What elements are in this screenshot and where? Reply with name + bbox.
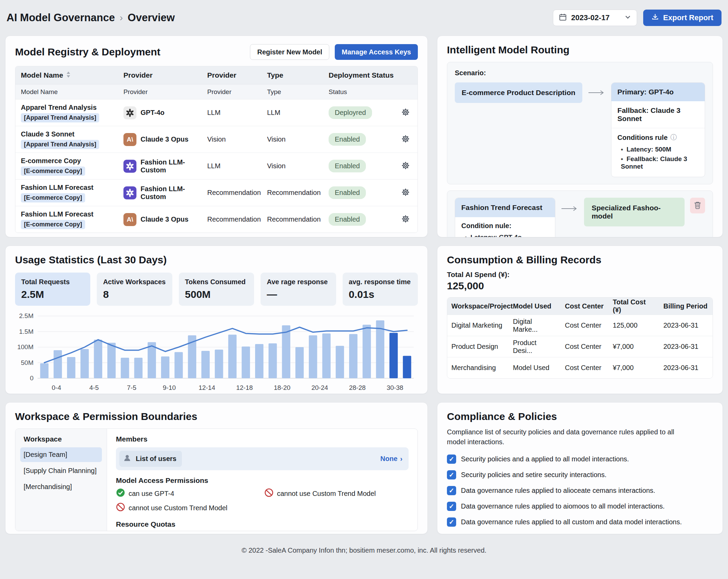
table-row: Digital MarketingDigital Marke...Cost Ce…	[447, 315, 713, 336]
register-new-model-button[interactable]: Register New Model	[250, 44, 329, 60]
billing-cell: ¥7,000	[609, 364, 659, 372]
checkbox-checked[interactable]: ✓	[447, 502, 456, 511]
condition-item: Latency: GPT-4o	[461, 233, 549, 237]
stat-card[interactable]: Ave rage response—	[261, 273, 336, 306]
sort-icon[interactable]	[66, 71, 71, 80]
date-value: 2023-02-17	[571, 13, 620, 22]
provider-type-cell: Recommendation	[202, 215, 262, 223]
status-badge: Enabled	[329, 133, 366, 146]
billing-cell: 2023-06-31	[659, 321, 713, 329]
allow-check-icon	[116, 488, 125, 499]
total-spend-label: Total AI Spend (¥):	[447, 271, 713, 279]
scenario-label: Scenario:	[455, 69, 705, 77]
billing-cell: Cost Center	[561, 364, 609, 372]
breadcrumb-separator-icon: ›	[120, 12, 123, 23]
panel-workspace: Workspace & Permission Boundaries Worksp…	[5, 402, 428, 534]
provider-cell: GPT-4o	[118, 106, 202, 119]
members-row[interactable]: List of users None ›	[116, 447, 409, 470]
stat-card[interactable]: Total Requests2.5M	[15, 273, 90, 306]
list-of-users[interactable]: List of users	[119, 451, 182, 467]
routing-target-box: Primary: GPT-4o Fallback: Claude 3 Sonne…	[611, 82, 705, 177]
provider-type-cell: Vision	[202, 135, 262, 143]
compliance-item-label: Data governance rules applied to aiomoos…	[461, 502, 665, 510]
delete-route-button[interactable]	[690, 198, 705, 213]
billing-cell: 2023-06-31	[659, 364, 713, 372]
export-report-button[interactable]: Export Report	[643, 10, 722, 26]
type-cell: Recommendation	[262, 189, 323, 197]
members-none-link[interactable]: None ›	[380, 455, 402, 463]
compliance-list: ✓Security policies and a applied to all …	[447, 455, 713, 527]
checkbox-checked[interactable]: ✓	[447, 470, 456, 479]
billing-cell: 2023-06-31	[659, 343, 713, 351]
breadcrumb-root[interactable]: AI Model Governance	[6, 12, 115, 24]
model-name-badge: [Apparel Trend Analysis]	[21, 140, 99, 149]
checkbox-checked[interactable]: ✓	[447, 486, 456, 495]
svg-text:7-5: 7-5	[127, 384, 136, 391]
openai-logo-icon	[123, 106, 136, 119]
usage-chart: 050M100M1.5M2.5M0-44-57-59-1012-1412-181…	[15, 311, 418, 394]
manage-access-keys-button[interactable]: Manage Access Keys	[335, 44, 418, 60]
workspace-item[interactable]: [Design Team]	[20, 447, 102, 462]
info-icon[interactable]: ⓘ	[670, 133, 677, 142]
settings-gear-button[interactable]	[399, 106, 412, 120]
svg-text:1.5M: 1.5M	[19, 328, 34, 335]
status-badge: Enabled	[329, 160, 366, 172]
stat-card[interactable]: avg. response time0.01s	[343, 273, 418, 306]
model-name: Apparel Trend Analysis	[21, 103, 112, 112]
compliance-item: ✓Data governance rules applied to aiomoo…	[447, 502, 713, 511]
workspace-item[interactable]: [Supply Chain Planning]	[20, 463, 102, 478]
model-name: Fashion LLM Forecast	[21, 210, 112, 219]
model-table-header: Model NameProviderProviderTypeDeployment…	[15, 66, 418, 84]
svg-text:28-28: 28-28	[349, 384, 366, 391]
type-cell: Recommendation	[262, 215, 323, 223]
compliance-description: Compliance list of security policies and…	[447, 427, 693, 447]
conditions-rule-label: Conditions rule ⓘ	[618, 133, 699, 142]
chevron-right-icon: ›	[400, 455, 402, 463]
column-header: Model Name	[15, 71, 118, 80]
stat-card[interactable]: Tokens Consumed500M	[179, 273, 254, 306]
checkbox-checked[interactable]: ✓	[447, 517, 456, 527]
stat-label: Active Workspaces	[103, 278, 166, 286]
routing-primary[interactable]: Primary: GPT-4o	[611, 83, 705, 101]
type-cell: Vision	[262, 135, 323, 143]
user-icon	[123, 453, 132, 464]
panel-billing: Consumption & Billing Records Total AI S…	[437, 246, 723, 394]
billing-cell: Digital Marke...	[509, 318, 561, 333]
billing-cell: Product Desi...	[509, 339, 561, 355]
compliance-item-label: Data governance rules applied to all cus…	[461, 518, 682, 526]
settings-gear-button[interactable]	[399, 132, 412, 146]
compliance-item-label: Security policies and setire security in…	[461, 471, 607, 479]
column-header: Deployment Status	[323, 71, 418, 79]
workspace-detail: Members List of users None ›	[107, 429, 418, 531]
settings-gear-button[interactable]	[399, 186, 412, 200]
stat-card[interactable]: Active Workspaces8	[97, 273, 172, 306]
permission-item: can use GPT-4	[116, 488, 260, 499]
routing2-source[interactable]: Fashion Trend Forecast	[455, 198, 555, 217]
condition-item: Feallback: Claude 3 Sonnet	[618, 154, 699, 171]
svg-text:4-5: 4-5	[89, 384, 98, 391]
routing-source-chip[interactable]: E-commerce Product Description	[455, 82, 582, 103]
workspace-list: Workspace [Design Team][Supply Chain Pla…	[15, 429, 107, 531]
model-name: Fashion LLM Forecast	[21, 183, 112, 192]
column-header: Workspace/Project	[447, 302, 509, 310]
svg-text:12-18: 12-18	[236, 384, 253, 391]
column-subheader: Status	[323, 88, 418, 96]
workspace-item[interactable]: [Merchandising]	[20, 479, 102, 494]
routing2-target-chip[interactable]: Specialized Fashoo-model	[584, 198, 685, 226]
usage-title: Usage Statistics (Last 30 Days)	[15, 254, 418, 266]
table-row: E-commerce Copy[E-commerce Copy]Fashion …	[15, 153, 418, 179]
status-cell: Enabled	[323, 212, 418, 226]
stat-label: avg. response time	[349, 278, 412, 286]
column-subheader: Provider	[118, 88, 202, 96]
stat-label: Ave rage response	[267, 278, 330, 286]
settings-gear-button[interactable]	[399, 212, 412, 226]
breadcrumb: AI Model Governance › Overview	[6, 12, 175, 24]
settings-gear-button[interactable]	[399, 159, 412, 173]
svg-text:0-4: 0-4	[52, 384, 61, 391]
date-range-select[interactable]: 2023-02-17	[553, 10, 637, 26]
model-table-subheader: Model NameProviderProviderTypeStatus	[15, 84, 418, 99]
billing-cell: Merchandising	[447, 364, 509, 372]
chevron-down-icon	[624, 15, 631, 21]
checkbox-checked[interactable]: ✓	[447, 455, 456, 464]
panel-compliance: Compliance & Policies Compliance list of…	[437, 402, 723, 534]
